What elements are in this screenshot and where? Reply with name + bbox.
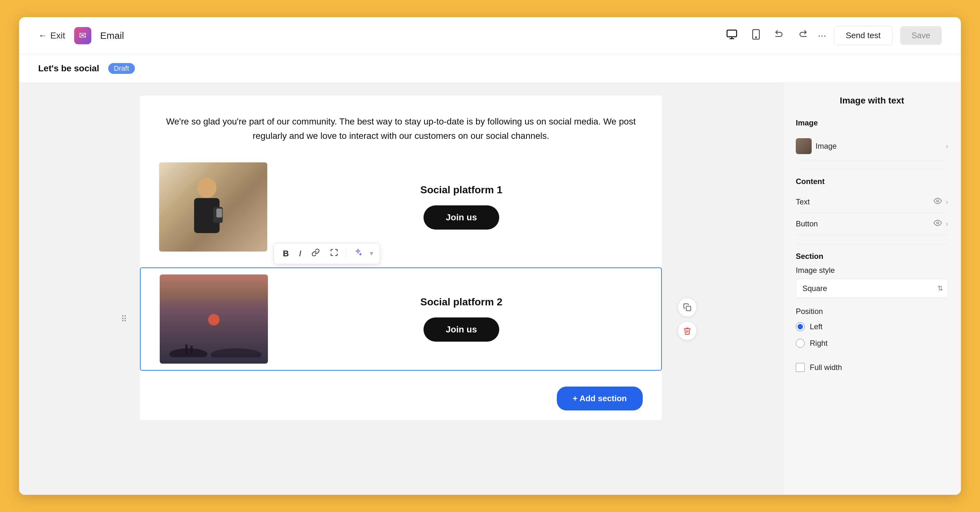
panel-title: Image with text	[796, 96, 948, 106]
redo-button[interactable]	[795, 27, 810, 45]
svg-point-11	[211, 348, 261, 357]
image-style-subsection: Image style Square Circle Rounded ⇅	[796, 266, 948, 298]
nav-icons: ··· Send test Save	[724, 26, 942, 45]
exit-label: Exit	[50, 30, 65, 41]
text-row[interactable]: Text ›	[796, 191, 948, 213]
intro-text-block: We're so glad you're part of our communi…	[140, 96, 662, 156]
image-section-label: Image	[796, 118, 948, 128]
main-layout: We're so glad you're part of our communi…	[19, 83, 961, 495]
add-section-button[interactable]: + Add section	[557, 386, 643, 410]
position-left-row[interactable]: Left	[796, 318, 948, 335]
svg-rect-6	[216, 209, 222, 217]
canvas-area: We're so glad you're part of our communi…	[19, 83, 783, 495]
dropdown-arrow[interactable]: ▾	[370, 249, 373, 258]
desktop-view-button[interactable]	[724, 26, 740, 45]
image-style-label: Image style	[796, 266, 948, 275]
exit-button[interactable]: ← Exit	[38, 30, 65, 41]
panel-content-section: Content Text › Button	[796, 177, 948, 235]
app-name: Email	[100, 30, 124, 41]
image-row[interactable]: Image ›	[796, 132, 948, 160]
drag-handle[interactable]: ⠿	[121, 314, 127, 324]
email-icon: ✉	[79, 30, 86, 41]
social-section-1[interactable]: Social platform 1 Join us B I	[140, 156, 662, 258]
button-eye-icon[interactable]	[934, 219, 942, 229]
delete-button[interactable]	[678, 321, 697, 340]
image-label: Image	[816, 142, 837, 151]
social-section-2-wrapper: ⠿	[140, 268, 662, 371]
save-button[interactable]: Save	[900, 26, 942, 45]
format-toolbar: B I ▾	[274, 243, 380, 264]
panel-image-section: Image Image ›	[796, 118, 948, 160]
position-left-label: Left	[810, 322, 822, 331]
send-test-button[interactable]: Send test	[834, 26, 892, 45]
svg-point-13	[937, 222, 939, 224]
italic-button[interactable]: I	[296, 247, 304, 260]
content-section-label: Content	[796, 177, 948, 186]
add-section-wrapper: + Add section	[140, 380, 662, 420]
app-icon: ✉	[74, 27, 91, 44]
bold-button[interactable]: B	[280, 247, 291, 260]
position-left-radio[interactable]	[796, 322, 805, 331]
position-right-label: Right	[810, 339, 827, 348]
section1-join-button[interactable]: Join us	[423, 206, 499, 230]
doc-title: Let's be social	[38, 63, 99, 73]
image-style-select[interactable]: Square Circle Rounded	[796, 279, 948, 298]
intro-text: We're so glad you're part of our communi…	[165, 115, 636, 143]
image-preview	[796, 138, 812, 154]
person-figure	[175, 175, 239, 242]
link-button[interactable]	[309, 247, 322, 260]
sunset-circle	[208, 314, 220, 325]
image-row-left: Image	[796, 138, 837, 154]
copy-button[interactable]	[678, 298, 697, 317]
section-settings-label: Section	[796, 252, 948, 261]
panel-section-settings: Section Image style Square Circle Rounde…	[796, 252, 948, 376]
svg-point-3	[197, 178, 216, 198]
button-row[interactable]: Button ›	[796, 213, 948, 235]
silhouette	[160, 338, 268, 357]
svg-rect-7	[686, 306, 691, 311]
section1-image	[159, 163, 267, 252]
text-label: Text	[796, 198, 810, 206]
main-window: ← Exit ✉ Email	[19, 17, 961, 495]
image-chevron-icon[interactable]: ›	[946, 142, 948, 151]
section2-title: Social platform 2	[420, 296, 503, 308]
full-width-row[interactable]: Full width	[796, 359, 948, 376]
text-eye-icon[interactable]	[934, 197, 942, 207]
sub-nav: Let's be social Draft	[19, 54, 961, 83]
svg-rect-10	[190, 346, 193, 354]
text-chevron-icon[interactable]: ›	[946, 198, 948, 206]
section2-image	[160, 274, 268, 364]
undo-button[interactable]	[772, 27, 787, 45]
more-options-button[interactable]: ···	[818, 30, 826, 41]
position-right-row[interactable]: Right	[796, 335, 948, 351]
right-panel: Image with text Image Image › Content Te…	[783, 83, 961, 495]
text-row-right: ›	[934, 197, 948, 207]
button-label: Button	[796, 219, 818, 228]
social-section-2[interactable]: Social platform 2 Join us	[140, 268, 662, 371]
email-canvas: We're so glad you're part of our communi…	[140, 96, 662, 420]
svg-rect-9	[185, 345, 188, 354]
section2-content: Social platform 2 Join us	[281, 296, 642, 342]
draft-badge: Draft	[108, 63, 135, 74]
section1-title: Social platform 1	[420, 184, 503, 196]
variable-button[interactable]	[328, 247, 341, 260]
image-style-select-wrapper: Square Circle Rounded ⇅	[796, 279, 948, 298]
mobile-view-button[interactable]	[748, 26, 764, 45]
button-row-right: ›	[934, 219, 948, 229]
svg-point-8	[169, 348, 207, 357]
svg-point-12	[937, 200, 939, 202]
action-buttons	[678, 298, 697, 340]
magic-button[interactable]	[351, 247, 364, 260]
section2-join-button[interactable]: Join us	[423, 317, 499, 342]
position-label: Position	[796, 307, 948, 316]
position-right-radio[interactable]	[796, 339, 805, 348]
svg-rect-0	[727, 30, 737, 37]
section1-content: Social platform 1 Join us	[280, 184, 643, 230]
full-width-checkbox[interactable]	[796, 363, 805, 372]
exit-icon: ←	[38, 30, 47, 41]
svg-point-2	[756, 37, 757, 38]
position-group: Position Left Right	[796, 307, 948, 351]
full-width-label: Full width	[810, 363, 842, 372]
top-nav: ← Exit ✉ Email	[19, 17, 961, 54]
button-chevron-icon[interactable]: ›	[946, 219, 948, 228]
